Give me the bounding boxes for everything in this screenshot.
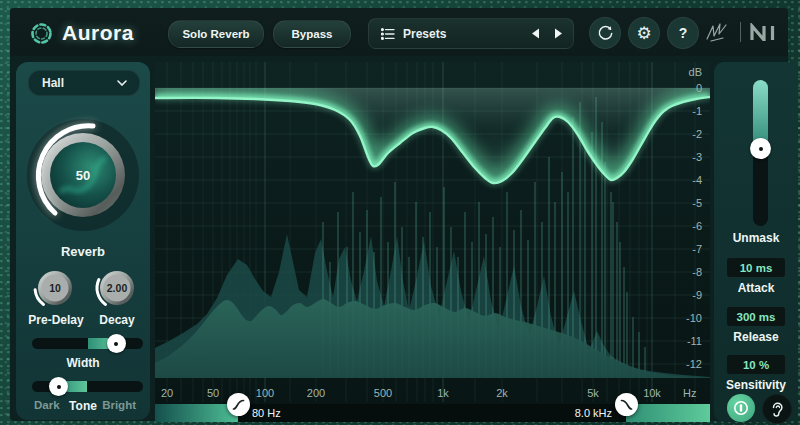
db-tick-label: -7 xyxy=(692,243,702,255)
lowcut-handle[interactable] xyxy=(227,393,250,416)
lowpass-curve-icon xyxy=(619,397,634,412)
preset-list-icon xyxy=(381,28,395,40)
preset-prev-button[interactable] xyxy=(531,28,540,39)
highcut-value: 8.0 kHz xyxy=(575,404,612,422)
attack-value: 10 ms xyxy=(740,262,773,274)
attack-value-box[interactable]: 10 ms xyxy=(727,258,785,277)
sensitivity-value: 10 % xyxy=(743,359,769,371)
freq-tick-label: 10k xyxy=(643,387,661,399)
highcut-fill xyxy=(626,404,710,422)
sensitivity-value-box[interactable]: 10 % xyxy=(727,355,785,374)
izotope-signature-icon xyxy=(703,20,731,44)
ni-logo-icon xyxy=(750,23,776,41)
db-tick-label: 0 xyxy=(696,82,702,94)
freq-tick-label: 200 xyxy=(307,387,325,399)
unmask-controls-panel: Unmask 10 ms Attack 300 ms Release 10 % … xyxy=(714,62,798,422)
db-tick-label: -5 xyxy=(692,197,702,209)
freq-tick-label: 20 xyxy=(161,387,173,399)
settings-button[interactable]: ⚙︎ xyxy=(628,17,660,49)
solo-reverb-button[interactable]: Solo Reverb xyxy=(168,20,264,48)
predelay-label: Pre-Delay xyxy=(20,313,92,327)
width-slider-handle[interactable] xyxy=(107,334,126,353)
release-value-box[interactable]: 300 ms xyxy=(727,307,785,326)
freq-tick-label: 1k xyxy=(437,387,449,399)
width-label: Width xyxy=(16,356,150,370)
db-tick-label: -11 xyxy=(687,335,702,347)
aurora-logo-icon xyxy=(28,20,55,47)
attack-label: Attack xyxy=(714,281,798,295)
lowcut-fill xyxy=(155,404,238,422)
freq-tick-label: 50 xyxy=(207,387,219,399)
tone-slider-handle[interactable] xyxy=(49,377,68,396)
ear-icon xyxy=(769,401,786,418)
freq-tick-label: 100 xyxy=(256,387,274,399)
app-title: Aurora xyxy=(62,21,134,45)
top-bar: Aurora Solo Reverb Bypass Presets xyxy=(10,8,788,56)
freq-tick-label: 5k xyxy=(587,387,599,399)
db-tick-label: -12 xyxy=(686,358,702,370)
reverb-knob[interactable]: 50 xyxy=(22,112,144,238)
predelay-knob[interactable]: 10 xyxy=(32,266,78,312)
power-icon xyxy=(732,399,750,417)
freq-tick-label: 2k xyxy=(496,387,508,399)
highcut-handle[interactable] xyxy=(615,393,638,416)
release-value: 300 ms xyxy=(736,311,775,323)
chevron-down-icon xyxy=(117,80,127,86)
question-mark-icon: ? xyxy=(679,25,688,41)
preset-selector[interactable]: Presets xyxy=(368,18,574,49)
unmask-label: Unmask xyxy=(714,231,798,245)
hz-unit-label: Hz xyxy=(683,387,696,399)
decay-label: Decay xyxy=(86,313,148,327)
width-slider[interactable] xyxy=(32,338,143,349)
decay-knob-value: 2.00 xyxy=(107,282,128,294)
predelay-knob-value: 10 xyxy=(49,282,61,294)
db-tick-label: -1 xyxy=(692,105,702,117)
plugin-outer-frame: Aurora Solo Reverb Bypass Presets xyxy=(0,0,800,425)
release-label: Release xyxy=(714,330,798,344)
bypass-button[interactable]: Bypass xyxy=(273,20,351,48)
help-button[interactable]: ? xyxy=(667,17,699,49)
brand-logos xyxy=(703,18,776,46)
preset-name: Presets xyxy=(403,27,446,41)
reverb-knob-value: 50 xyxy=(76,168,90,183)
sidechain-listen-toggle[interactable] xyxy=(762,394,792,424)
plugin-window: Aurora Solo Reverb Bypass Presets xyxy=(10,8,788,421)
preset-next-button[interactable] xyxy=(554,28,563,39)
history-undo-button[interactable] xyxy=(589,17,621,49)
unmask-slider-handle[interactable] xyxy=(750,138,771,159)
db-tick-label: -9 xyxy=(692,289,702,301)
cutoff-filter-bar[interactable]: 80 Hz 8.0 kHz xyxy=(155,404,710,422)
history-icon xyxy=(597,25,614,42)
db-tick-label: -4 xyxy=(692,174,702,186)
tone-bright-label: Bright xyxy=(102,399,136,411)
db-tick-label: -3 xyxy=(692,151,702,163)
db-tick-label: -10 xyxy=(686,312,702,324)
db-tick-label: -2 xyxy=(692,128,702,140)
unmask-power-toggle[interactable] xyxy=(727,394,755,422)
reverb-knob-label: Reverb xyxy=(16,244,150,259)
algorithm-value: Hall xyxy=(42,76,117,90)
tone-slider[interactable] xyxy=(32,381,143,392)
spectrum-display[interactable]: dB 0-1-2-3-4-5-6-7-8-9-10-11-12 20501002… xyxy=(155,62,710,422)
highpass-curve-icon xyxy=(231,397,246,412)
db-unit-label: dB xyxy=(689,66,702,78)
freq-tick-label: 500 xyxy=(374,387,392,399)
logo-divider xyxy=(740,22,741,42)
db-tick-label: -8 xyxy=(692,266,702,278)
db-tick-label: -6 xyxy=(692,220,702,232)
sensitivity-label: Sensitivity xyxy=(714,378,798,392)
algorithm-dropdown[interactable]: Hall xyxy=(28,70,140,96)
reverb-controls-panel: Hall 50 Rever xyxy=(16,62,150,420)
app-logo: Aurora xyxy=(28,19,134,47)
spectrum-canvas xyxy=(155,62,710,422)
decay-knob[interactable]: 2.00 xyxy=(94,266,140,312)
lowcut-value: 80 Hz xyxy=(252,404,281,422)
gear-icon: ⚙︎ xyxy=(636,25,651,42)
unmask-slider[interactable] xyxy=(753,80,768,226)
